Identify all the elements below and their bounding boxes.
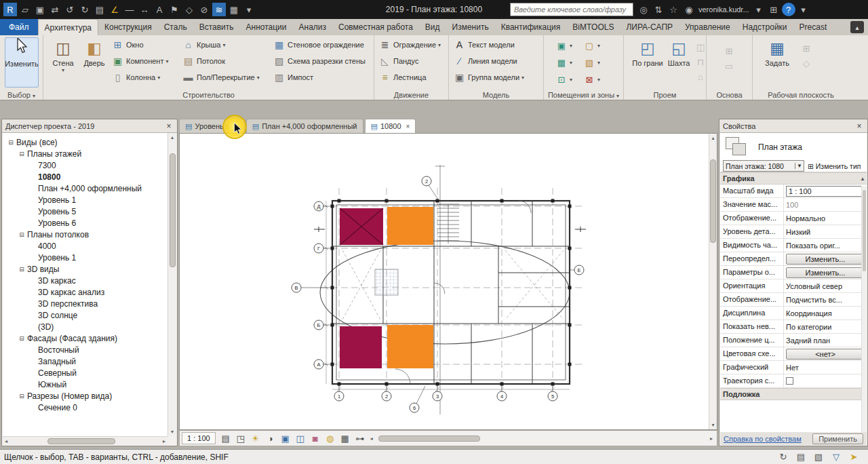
room-separator-icon[interactable]: ▦▾ (555, 56, 572, 69)
type-selector[interactable]: План этажа: 1080 ▼ (723, 160, 804, 172)
scroll-left-icon[interactable]: ◂ (368, 434, 375, 443)
ribbon-button[interactable]: ▤Потолок (182, 53, 260, 69)
help-icon[interactable]: ? (782, 3, 795, 16)
property-value[interactable]: Нормально (786, 214, 825, 223)
browser-item[interactable]: 3D солнце (3, 309, 167, 321)
select-toggle-icon[interactable]: ➤ (847, 450, 861, 464)
level-icon[interactable]: ▭ (722, 60, 736, 72)
tree-expander-icon[interactable]: ⊟ (18, 393, 26, 400)
user-caret-icon[interactable]: ▾ (752, 3, 766, 16)
ribbon-tab[interactable]: Архитектура (38, 19, 99, 35)
print-icon[interactable]: ▤ (93, 3, 106, 16)
tree-expander-icon[interactable]: ⊟ (18, 151, 26, 157)
ribbon-tab[interactable]: Вставить (193, 19, 240, 35)
group-label-workplane[interactable]: Рабочая плоскость (753, 91, 849, 99)
browser-item[interactable]: 4000 (3, 240, 167, 252)
ribbon-tab[interactable]: Анализ (293, 19, 333, 35)
dash-icon[interactable]: — (123, 3, 136, 16)
tag-room-icon[interactable]: ⊡▾ (555, 73, 572, 85)
browser-item[interactable]: Южный (3, 379, 167, 390)
wall-opening-icon[interactable]: ◫ (694, 41, 707, 53)
browser-item[interactable]: Северный (3, 367, 167, 379)
browser-item[interactable]: План +4,000 оформленный (3, 182, 167, 194)
browser-item[interactable]: ⊟Фасады (Фасад здания) (3, 332, 167, 344)
property-value-button[interactable]: <нет> (786, 349, 865, 360)
grid-icon[interactable]: ⊞ (722, 45, 736, 57)
ribbon-tab[interactable]: Надстройки (736, 19, 793, 35)
browser-item[interactable]: ⊟Разрезы (Номер вида) (3, 390, 167, 402)
scroll-down-icon[interactable]: ▾ (709, 421, 716, 429)
scroll-thumb[interactable] (170, 153, 176, 267)
group-label-build[interactable]: Строительство (43, 91, 374, 99)
browser-item[interactable]: 3D каркас анализ (3, 286, 167, 298)
ribbon-collapse-button[interactable]: ▴ (850, 21, 864, 33)
group-label-opening[interactable]: Проем (624, 91, 706, 99)
property-value[interactable]: По категории (786, 323, 831, 331)
thin-lines-icon[interactable]: ≋ (212, 3, 226, 16)
property-value[interactable]: Условный север (786, 282, 842, 290)
shadows-icon[interactable]: ◑ (264, 431, 277, 445)
ribbon-button[interactable]: ▣Группа модели▾ (453, 69, 524, 85)
tree-expander-icon[interactable]: ⊟ (7, 139, 15, 146)
crop-view-icon[interactable]: ▣ (279, 431, 292, 445)
ribbon-button[interactable]: ▬Пол/Перекрытие▾ (182, 69, 260, 85)
favorites-icon[interactable]: ☆ (667, 3, 680, 16)
ribbon-tab[interactable]: Аннотации (240, 19, 293, 35)
door-button[interactable]: ◧ Дверь (80, 37, 108, 88)
ribbon-tab[interactable]: Конструкция (98, 19, 158, 35)
browser-item[interactable]: ⊟Виды (все) (3, 136, 167, 148)
view-tab[interactable]: ▤План +4,000 оформленный (246, 119, 363, 133)
scroll-thumb[interactable] (710, 159, 716, 243)
titlebar-caret-icon[interactable]: ▾ (797, 3, 810, 16)
redo-icon[interactable]: ↻ (78, 3, 92, 16)
property-value[interactable]: 100 (786, 201, 798, 209)
ribbon-button[interactable]: ⌂Крыша▾ (182, 37, 260, 53)
property-value-button[interactable]: Изменить... (786, 254, 865, 265)
ribbon-tab[interactable]: Сталь (158, 19, 193, 35)
browser-item[interactable]: Уровень 6 (3, 217, 167, 229)
apply-button[interactable]: Применить (812, 433, 863, 444)
tree-expander-icon[interactable]: ⊟ (18, 335, 26, 342)
modify-button[interactable]: Изменить (5, 37, 39, 88)
group-label-select[interactable]: Выбор▾ (0, 91, 43, 99)
ribbon-tab[interactable]: Управление (679, 19, 736, 35)
sync-icon[interactable]: ⇄ (48, 3, 62, 16)
browser-item[interactable]: Сечение 0 (3, 402, 167, 413)
filter-icon[interactable]: ▽ (829, 450, 843, 464)
edit-type-button[interactable]: ⊞ Изменить тип (808, 162, 861, 170)
ribbon-button[interactable]: ◺Пандус (378, 53, 441, 69)
ribbon-tab[interactable]: Файл (0, 19, 38, 35)
canvas-hscrollbar[interactable] (377, 436, 706, 442)
ref-plane-icon[interactable]: ◇ (800, 57, 813, 69)
wall-button[interactable]: ◫ Стена ▾ (49, 37, 77, 88)
view-tab[interactable]: ▤10800× (365, 119, 416, 133)
ribbon-tab[interactable]: Precast (793, 19, 833, 35)
scroll-right-icon[interactable]: ▸ (161, 437, 167, 446)
close-browser-icon[interactable]: × (164, 121, 174, 131)
save-icon[interactable]: ▣ (33, 3, 47, 16)
tree-expander-icon[interactable]: ⊟ (18, 266, 26, 273)
drawing-canvas[interactable]: Д Г В Б А 1 2 3 4 5 6 2 Е (179, 133, 717, 430)
scroll-up-icon[interactable]: ▴ (709, 134, 716, 142)
dormer-opening-icon[interactable]: ⌂ (694, 71, 707, 83)
ribbon-button[interactable]: AТекст модели (453, 37, 524, 53)
scroll-left-icon[interactable]: ◂ (3, 437, 9, 446)
ribbon-button[interactable]: ▥Импост (273, 69, 366, 85)
tree-expander-icon[interactable]: ⊟ (18, 231, 26, 238)
property-checkbox[interactable] (786, 377, 793, 385)
constraints-icon[interactable]: ⊶ (353, 431, 367, 445)
group-label-model[interactable]: Модель (449, 91, 543, 99)
ribbon-tab[interactable]: Совместная работа (332, 19, 419, 35)
show-workplane-icon[interactable]: ⊞ (800, 42, 813, 54)
ribbon-button[interactable]: ▦Стеновое ограждение (273, 37, 366, 53)
browser-item[interactable]: Восточный (3, 344, 167, 355)
close-view-icon[interactable]: × (235, 123, 239, 130)
browser-item[interactable]: Западный (3, 355, 167, 367)
room-icon[interactable]: ▣▾ (555, 39, 572, 52)
ribbon-button[interactable]: ▨Схема разрезки стены (273, 53, 366, 69)
browser-item[interactable]: 10800 (3, 171, 167, 182)
ribbon-button[interactable]: ⊞Окно (111, 37, 168, 53)
browser-item[interactable]: ⊟Планы этажей (3, 148, 167, 159)
sun-path-icon[interactable]: ☀ (249, 431, 262, 445)
ribbon-tab[interactable]: Квантификация (495, 19, 567, 35)
